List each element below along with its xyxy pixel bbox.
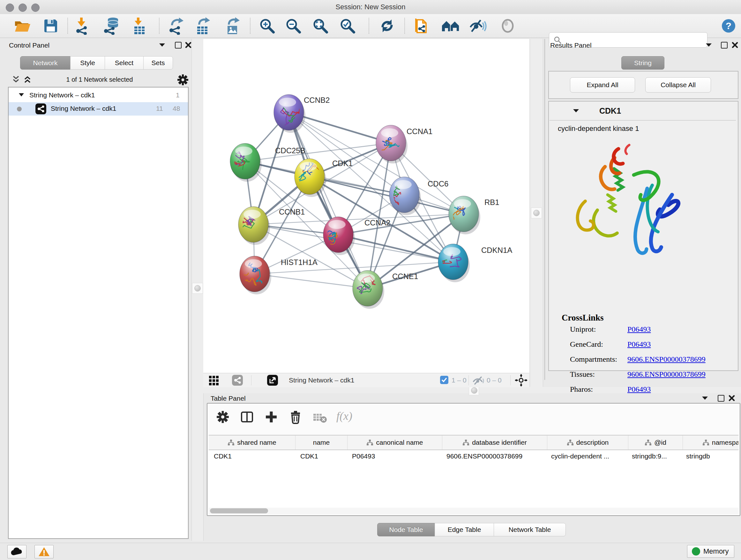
- expand-all-button[interactable]: Expand All: [570, 77, 635, 92]
- open-session-icon[interactable]: [14, 18, 31, 34]
- zoom-in-icon[interactable]: [259, 17, 275, 34]
- birds-eye-icon[interactable]: [232, 375, 243, 386]
- share-file-icon[interactable]: [414, 17, 431, 35]
- panel-float-icon[interactable]: [721, 42, 728, 49]
- network-canvas[interactable]: CCNB2CCNA1CDC25BCDK1CDC6RB1CCNB1CCNA2CDK…: [203, 39, 529, 373]
- cloud-icon: [10, 547, 24, 557]
- gear-icon[interactable]: [177, 74, 189, 85]
- zoom-fit-icon[interactable]: [312, 17, 329, 34]
- node-CDK1[interactable]: CDK1: [292, 159, 353, 197]
- table-cell[interactable]: CDK1: [209, 449, 295, 463]
- panel-menu-icon[interactable]: [159, 44, 165, 47]
- column-header-database-identifier[interactable]: database identifier: [442, 435, 547, 449]
- panel-close-icon[interactable]: [185, 42, 192, 48]
- hide-show-graphics-icon[interactable]: [469, 18, 487, 34]
- table-hscrollbar[interactable]: [209, 508, 738, 514]
- crosslink-link[interactable]: P06493: [627, 385, 651, 394]
- left-splitter-handle[interactable]: [192, 283, 203, 294]
- panel-float-icon[interactable]: [718, 395, 724, 401]
- crosslink-link[interactable]: P06493: [627, 325, 651, 334]
- collapse-all-icon[interactable]: [13, 76, 23, 83]
- node-CCNA2[interactable]: CCNA2: [323, 217, 390, 255]
- cloud-button[interactable]: [7, 545, 26, 558]
- node-HIST1H1A[interactable]: HIST1H1A: [240, 256, 318, 294]
- crosslink-link[interactable]: 9606.ENSP00000378699: [627, 370, 705, 379]
- table-cell[interactable]: stringdb: [681, 449, 738, 463]
- export-image-icon[interactable]: [224, 17, 242, 35]
- table-cell[interactable]: CDK1: [295, 449, 347, 463]
- tab-network[interactable]: Network: [20, 56, 71, 70]
- table-cell[interactable]: 9606.ENSP00000378699: [441, 449, 546, 463]
- network-tree: String Network – cdk1 1 String Network –…: [8, 87, 189, 539]
- column-header-shared-name[interactable]: shared name: [209, 435, 295, 449]
- table-cell[interactable]: P06493: [347, 449, 441, 463]
- warnings-button[interactable]: [35, 545, 54, 558]
- node-CDC25B[interactable]: CDC25B: [226, 143, 305, 182]
- grid-view-icon[interactable]: [209, 376, 219, 385]
- show-columns-icon[interactable]: [241, 411, 253, 423]
- main-toolbar: ?: [0, 14, 741, 38]
- node-CCNE1[interactable]: CCNE1: [353, 270, 418, 309]
- column-header-canonical-name[interactable]: canonical name: [347, 435, 442, 449]
- panel-close-icon[interactable]: [729, 395, 735, 401]
- table-cell[interactable]: cyclin-dependent ...: [546, 449, 627, 463]
- tab-select[interactable]: Select: [105, 56, 144, 70]
- node-CDKN1A[interactable]: CDKN1A: [429, 244, 513, 283]
- detach-view-icon[interactable]: [267, 375, 278, 386]
- import-table-icon[interactable]: [132, 17, 147, 35]
- selected-checkbox-icon[interactable]: [440, 376, 448, 384]
- export-table-icon[interactable]: [195, 17, 212, 35]
- tab-node-table[interactable]: Node Table: [377, 523, 435, 537]
- table-hscrollbar-thumb[interactable]: [210, 508, 268, 513]
- render-eye-icon[interactable]: [500, 18, 515, 33]
- table-gear-icon[interactable]: [216, 411, 229, 423]
- right-splitter-handle[interactable]: [531, 207, 542, 219]
- tab-string[interactable]: String: [621, 56, 664, 70]
- export-network-icon[interactable]: [167, 17, 185, 35]
- import-network-icon[interactable]: [74, 17, 91, 35]
- import-database-icon[interactable]: [104, 17, 121, 35]
- zoom-out-icon[interactable]: [285, 17, 301, 34]
- save-session-icon[interactable]: [43, 18, 58, 34]
- node-CCNB2[interactable]: CCNB2: [274, 95, 330, 133]
- crosslink-link[interactable]: P06493: [627, 340, 651, 349]
- horizontal-splitter[interactable]: [203, 387, 741, 393]
- left-splitter[interactable]: [192, 39, 204, 541]
- network-collection-row[interactable]: String Network – cdk1 1: [9, 89, 188, 102]
- crosslink-link[interactable]: 9606.ENSP00000378699: [627, 355, 705, 364]
- table-cell[interactable]: stringdb:9...: [627, 449, 681, 463]
- tab-sets[interactable]: Sets: [143, 56, 173, 70]
- column-header-name[interactable]: name: [295, 435, 347, 449]
- panel-menu-icon[interactable]: [706, 44, 712, 47]
- toolbar-separator: [404, 18, 405, 34]
- expand-all-icon[interactable]: [24, 76, 35, 83]
- panel-menu-icon[interactable]: [702, 396, 708, 400]
- node-CDC6[interactable]: CDC6: [379, 176, 449, 215]
- tab-network-table[interactable]: Network Table: [494, 523, 566, 537]
- node-CCNA1[interactable]: CCNA1: [376, 125, 432, 164]
- add-column-icon[interactable]: [265, 411, 278, 423]
- table-row[interactable]: CDK1CDK1P064939606.ENSP00000378699cyclin…: [209, 449, 738, 463]
- fit-content-icon[interactable]: [515, 374, 528, 387]
- panel-float-icon[interactable]: [175, 42, 182, 49]
- tab-style[interactable]: Style: [70, 56, 105, 70]
- divider: [549, 120, 736, 121]
- column-header-namespace[interactable]: namespace: [683, 435, 738, 449]
- help-icon[interactable]: ?: [721, 18, 736, 33]
- panel-close-icon[interactable]: [732, 42, 738, 48]
- right-splitter[interactable]: [530, 39, 543, 387]
- disclosure-triangle-icon[interactable]: [19, 93, 24, 97]
- zoom-selected-icon[interactable]: [339, 17, 356, 34]
- edge-HIST1H1A-CCNE1[interactable]: [255, 274, 367, 288]
- column-header--id[interactable]: @id: [628, 435, 683, 449]
- collapse-all-button[interactable]: Collapse All: [645, 77, 711, 92]
- delete-column-icon[interactable]: [289, 410, 302, 424]
- home-networks-icon[interactable]: [441, 18, 461, 33]
- node-CCNB1[interactable]: CCNB1: [239, 206, 305, 245]
- network-row-selected[interactable]: String Network – cdk1 11 48: [9, 102, 188, 116]
- column-header-description[interactable]: description: [547, 435, 628, 449]
- protein-disclosure-icon[interactable]: [573, 109, 579, 112]
- refresh-icon[interactable]: [379, 17, 395, 34]
- memory-button[interactable]: Memory: [687, 545, 734, 558]
- tab-edge-table[interactable]: Edge Table: [434, 523, 494, 537]
